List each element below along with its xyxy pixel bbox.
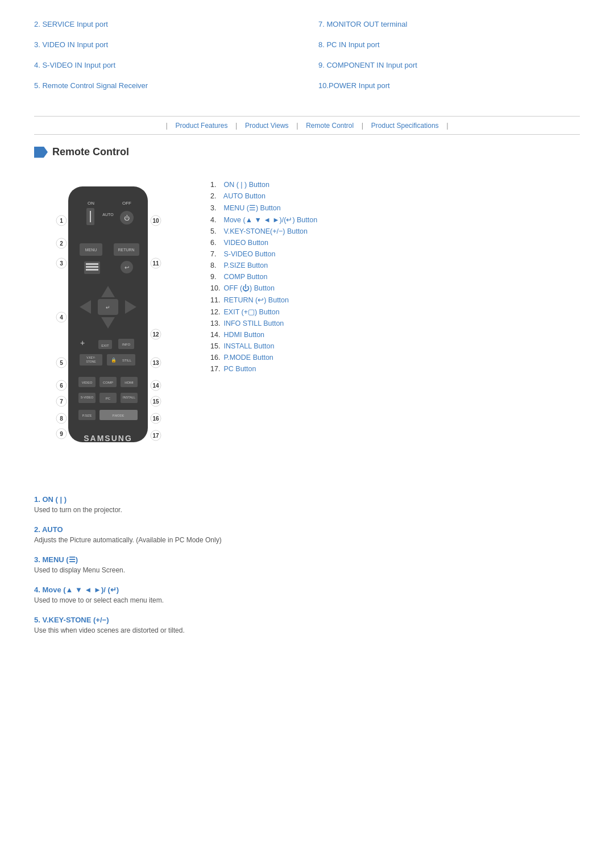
button-num: 14. <box>210 331 222 339</box>
nav-item-remote-control[interactable]: Remote Control <box>306 122 354 130</box>
nav-item-product-views[interactable]: Product Views <box>245 122 288 130</box>
svg-text:5: 5 <box>60 360 63 366</box>
button-link[interactable]: V.KEY-STONE(+/−) Button <box>223 227 308 235</box>
svg-text:2: 2 <box>60 240 63 247</box>
button-link[interactable]: INSTALL Button <box>223 342 274 350</box>
description-item: 5. V.KEY-STONE (+/−)Use this when video … <box>34 616 580 634</box>
svg-text:V.KEY-: V.KEY- <box>86 356 96 359</box>
svg-text:+: + <box>80 338 85 347</box>
desc-title-link[interactable]: 1. ON ( | ) <box>34 495 67 504</box>
button-list-item: 7. S-VIDEO Button <box>210 250 580 258</box>
svg-text:3: 3 <box>60 260 63 267</box>
svg-text:EXIT: EXIT <box>101 344 109 347</box>
button-link[interactable]: AUTO Button <box>223 192 265 200</box>
button-num: 8. <box>210 261 222 269</box>
button-num: 5. <box>210 227 222 235</box>
button-list-item: 15. INSTALL Button <box>210 342 580 350</box>
button-link[interactable]: INFO STILL Button <box>223 319 284 327</box>
svg-text:16: 16 <box>152 416 159 422</box>
section-header: Remote Control <box>34 146 580 158</box>
remote-content: 1 2 3 4 5 6 7 8 <box>34 175 580 472</box>
svg-text:↩: ↩ <box>125 264 129 271</box>
svg-text:⏻: ⏻ <box>124 215 130 221</box>
button-num: 13. <box>210 319 222 327</box>
button-list-item: 13. INFO STILL Button <box>210 319 580 327</box>
nav-separator: | <box>445 121 449 130</box>
button-link[interactable]: COMP Button <box>223 273 267 281</box>
svg-text:AUTO: AUTO <box>102 213 114 217</box>
button-num: 12. <box>210 308 222 316</box>
description-item: 2. AUTOAdjusts the Picture automatically… <box>34 525 580 544</box>
svg-text:SAMSUNG: SAMSUNG <box>84 434 132 443</box>
top-link-item[interactable]: 7. MONITOR OUT terminal <box>318 17 580 32</box>
button-link[interactable]: MENU (☰) Button <box>223 204 280 212</box>
nav-item-product-specifications[interactable]: Product Specifications <box>371 122 439 130</box>
button-num: 15. <box>210 342 222 350</box>
svg-text:↵: ↵ <box>106 305 110 310</box>
svg-text:OFF: OFF <box>122 201 131 206</box>
desc-title-link[interactable]: 3. MENU (☰) <box>34 555 78 564</box>
button-link[interactable]: PC Button <box>223 365 256 373</box>
nav-separator: | <box>294 121 301 130</box>
svg-text:PC: PC <box>106 397 111 400</box>
top-link-item[interactable]: 5. Remote Control Signal Receiver <box>34 78 296 93</box>
button-list-item: 16. P.MODE Button <box>210 354 580 362</box>
svg-text:17: 17 <box>152 433 159 439</box>
section-icon <box>34 147 48 158</box>
button-list-item: 6. VIDEO Button <box>210 239 580 247</box>
button-num: 16. <box>210 354 222 362</box>
svg-text:7: 7 <box>60 398 63 405</box>
button-list-item: 2. AUTO Button <box>210 192 580 200</box>
svg-text:S-VIDEO: S-VIDEO <box>81 396 94 399</box>
top-link-item[interactable]: 9. COMPONENT IN Input port <box>318 58 580 73</box>
desc-text: Used to move to or select each menu item… <box>34 596 580 604</box>
svg-rect-48 <box>86 266 98 268</box>
svg-text:INFO: INFO <box>122 343 131 346</box>
button-num: 10. <box>210 284 222 292</box>
button-list-item: 17. PC Button <box>210 365 580 373</box>
svg-text:P.MODE: P.MODE <box>113 414 125 417</box>
button-list-item: 10. OFF (⏻) Button <box>210 284 580 292</box>
remote-image: 1 2 3 4 5 6 7 8 <box>34 175 193 472</box>
button-link[interactable]: P.MODE Button <box>223 354 273 362</box>
button-num: 6. <box>210 239 222 247</box>
desc-title-link[interactable]: 5. V.KEY-STONE (+/−) <box>34 616 109 624</box>
button-list-item: 8. P.SIZE Button <box>210 261 580 269</box>
svg-text:14: 14 <box>152 383 159 389</box>
svg-text:13: 13 <box>152 360 159 366</box>
nav-item-product-features[interactable]: Product Features <box>175 122 227 130</box>
svg-text:STILL: STILL <box>122 359 132 362</box>
button-link[interactable]: RETURN (↩) Button <box>223 296 289 304</box>
top-link-item[interactable]: 3. VIDEO IN Input port <box>34 38 296 52</box>
button-num: 11. <box>210 296 222 304</box>
svg-text:6: 6 <box>60 383 63 389</box>
desc-title: 2. AUTO <box>34 525 580 534</box>
button-link[interactable]: EXIT (+▢) Button <box>223 308 279 316</box>
desc-title: 3. MENU (☰) <box>34 555 580 564</box>
button-link[interactable]: P.SIZE Button <box>223 261 268 269</box>
button-num: 2. <box>210 192 222 200</box>
button-link[interactable]: Move (▲ ▼ ◄ ►)/(↵) Button <box>223 216 317 224</box>
button-list-item: 9. COMP Button <box>210 273 580 281</box>
top-link-item[interactable]: 2. SERVICE Input port <box>34 17 296 32</box>
desc-text: Used to turn on the projector. <box>34 506 580 514</box>
desc-title-link[interactable]: 4. Move (▲ ▼ ◄ ►)/ (↵) <box>34 585 119 594</box>
button-list-item: 11. RETURN (↩) Button <box>210 296 580 304</box>
button-link[interactable]: S-VIDEO Button <box>223 250 275 258</box>
svg-text:P.SIZE: P.SIZE <box>82 414 92 417</box>
button-list-item: 4. Move (▲ ▼ ◄ ►)/(↵) Button <box>210 215 580 224</box>
svg-text:10: 10 <box>152 218 159 224</box>
top-link-item[interactable]: 4. S-VIDEO IN Input port <box>34 58 296 73</box>
button-link[interactable]: VIDEO Button <box>223 239 268 247</box>
desc-title-link[interactable]: 2. AUTO <box>34 525 63 534</box>
button-link[interactable]: HDMI Button <box>223 331 264 339</box>
button-list-item: 3. MENU (☰) Button <box>210 203 580 212</box>
button-link[interactable]: OFF (⏻) Button <box>223 284 274 292</box>
svg-text:4: 4 <box>60 314 63 321</box>
nav-separator: | <box>165 121 169 130</box>
top-link-item[interactable]: 8. PC IN Input port <box>318 38 580 52</box>
svg-text:INSTALL: INSTALL <box>123 396 135 399</box>
top-link-item[interactable]: 10.POWER Input port <box>318 78 580 93</box>
desc-text: Used to display Menu Screen. <box>34 566 580 574</box>
button-link[interactable]: ON ( | ) Button <box>223 181 269 189</box>
